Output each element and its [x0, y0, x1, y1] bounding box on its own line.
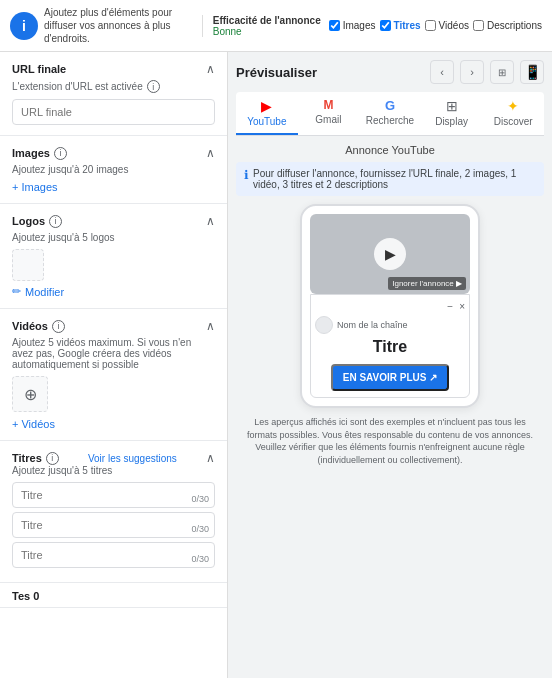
titres-section-title: Titres	[12, 452, 42, 464]
url-extension-row: L'extension d'URL est activée i	[12, 80, 215, 93]
tab-display-label: Display	[435, 116, 468, 127]
titre-3-container: 0/30	[12, 542, 215, 568]
add-videos-button[interactable]: + Vidéos	[12, 418, 55, 430]
titres-header-row: Titres i Voir les suggestions ∧	[12, 451, 215, 465]
modify-logo-button[interactable]: ✏ Modifier	[12, 285, 64, 298]
display-icon: ⊞	[446, 98, 458, 114]
annonce-label: Annonce YouTube	[236, 144, 544, 156]
videos-info-icon[interactable]: i	[52, 320, 65, 333]
tab-discover[interactable]: ✦ Discover	[482, 92, 544, 135]
tab-gmail-label: Gmail	[315, 114, 341, 125]
discover-icon: ✦	[507, 98, 519, 114]
modify-label: Modifier	[25, 286, 64, 298]
minus-icon: −	[447, 301, 453, 312]
preview-header: Prévisualiser ‹ › ⊞ 📱	[236, 60, 544, 84]
checkbox-titres[interactable]: Titres	[380, 20, 421, 31]
logos-info-icon[interactable]: i	[49, 215, 62, 228]
titre-2-input[interactable]	[12, 512, 215, 538]
url-section-title: URL finale	[12, 63, 66, 75]
images-section: Images i ∧ Ajoutez jusqu'à 20 images + I…	[0, 136, 227, 204]
images-info-icon[interactable]: i	[54, 147, 67, 160]
info-banner: ℹ Pour diffuser l'annonce, fournissez l'…	[236, 162, 544, 196]
titre-2-count: 0/30	[191, 524, 209, 534]
preview-title: Prévisualiser	[236, 65, 317, 80]
recherche-icon: G	[385, 98, 395, 113]
checkbox-descriptions[interactable]: Descriptions	[473, 20, 542, 31]
titre-1-container: 0/30	[12, 482, 215, 508]
titre-3-count: 0/30	[191, 554, 209, 564]
tab-discover-label: Discover	[494, 116, 533, 127]
titre-input-2-wrapper: 0/30	[12, 512, 215, 538]
add-images-button[interactable]: + Images	[12, 181, 58, 193]
phone-video-area: ▶ Ignorer l'annonce ▶	[310, 214, 470, 294]
mobile-button[interactable]: 📱	[520, 60, 544, 84]
url-section: URL finale ∧ L'extension d'URL est activ…	[0, 52, 227, 136]
images-chevron[interactable]: ∧	[206, 146, 215, 160]
videos-chevron[interactable]: ∧	[206, 319, 215, 333]
checkbox-videos[interactable]: Vidéos	[425, 20, 469, 31]
efficacite-value: Bonne	[213, 26, 242, 37]
tab-youtube-label: YouTube	[247, 116, 286, 127]
videos-section-header: Vidéos i ∧	[12, 319, 215, 333]
titre-1-count: 0/30	[191, 494, 209, 504]
tab-gmail[interactable]: M Gmail	[298, 92, 360, 135]
efficacite-label: Efficacité de l'annonce	[213, 15, 321, 26]
info-circle-icon: i	[10, 12, 38, 40]
videos-section: Vidéos i ∧ Ajoutez 5 vidéos maximum. Si …	[0, 309, 227, 441]
close-icon[interactable]: ×	[459, 301, 465, 312]
channel-name: Nom de la chaîne	[337, 320, 408, 330]
url-input[interactable]	[12, 99, 215, 125]
voir-suggestions-link[interactable]: Voir les suggestions	[88, 453, 177, 464]
left-panel: URL finale ∧ L'extension d'URL est activ…	[0, 52, 228, 678]
images-subtitle: Ajoutez jusqu'à 20 images	[12, 164, 215, 175]
main-content: URL finale ∧ L'extension d'URL est activ…	[0, 52, 552, 678]
grid-button[interactable]: ⊞	[490, 60, 514, 84]
titres-info-icon[interactable]: i	[46, 452, 59, 465]
gmail-icon: M	[323, 98, 333, 112]
url-extension-text: L'extension d'URL est activée	[12, 81, 143, 92]
info-banner-icon: ℹ	[244, 168, 249, 182]
right-panel: Prévisualiser ‹ › ⊞ 📱 ▶ YouTube M Gmail …	[228, 52, 552, 678]
preview-controls: ‹ › ⊞ 📱	[430, 60, 544, 84]
url-info-icon[interactable]: i	[147, 80, 160, 93]
skip-button[interactable]: Ignorer l'annonce ▶	[388, 277, 466, 290]
logos-section-title: Logos	[12, 215, 45, 227]
youtube-icon: ▶	[261, 98, 272, 114]
phone-ad-title: Titre	[315, 338, 465, 356]
url-chevron[interactable]: ∧	[206, 62, 215, 76]
titre-input-1-wrapper: 0/30	[12, 482, 215, 508]
channel-logo	[315, 316, 333, 334]
prev-button[interactable]: ‹	[430, 60, 454, 84]
top-bar-left: i Ajoutez plus d'éléments pour diffuser …	[10, 6, 194, 45]
titre-1-input[interactable]	[12, 482, 215, 508]
titres-chevron[interactable]: ∧	[206, 451, 215, 465]
images-section-title: Images	[12, 147, 50, 159]
tes-label: Tes 0	[12, 590, 39, 602]
top-bar-checkboxes: Images Titres Vidéos Descriptions	[329, 20, 542, 31]
videos-section-title: Vidéos	[12, 320, 48, 332]
phone-close-row: − ×	[315, 301, 465, 312]
top-bar-info-text: Ajoutez plus d'éléments pour diffuser vo…	[44, 6, 194, 45]
bottom-disclaimer: Les aperçus affichés ici sont des exempl…	[236, 416, 544, 466]
phone-mockup: ▶ Ignorer l'annonce ▶ − × Nom de la chaî…	[300, 204, 480, 408]
channel-logo-area: Nom de la chaîne	[315, 316, 465, 334]
images-section-header: Images i ∧	[12, 146, 215, 160]
tes-section: Tes 0	[0, 583, 227, 608]
tab-recherche-label: Recherche	[366, 115, 414, 126]
tab-display[interactable]: ⊞ Display	[421, 92, 483, 135]
titre-3-input[interactable]	[12, 542, 215, 568]
top-bar: i Ajoutez plus d'éléments pour diffuser …	[0, 0, 552, 52]
titre-2-container: 0/30	[12, 512, 215, 538]
checkbox-images[interactable]: Images	[329, 20, 376, 31]
tab-youtube[interactable]: ▶ YouTube	[236, 92, 298, 135]
drag-icon: ⊕	[24, 385, 37, 404]
info-banner-text: Pour diffuser l'annonce, fournissez l'UR…	[253, 168, 536, 190]
video-drag-area: ⊕	[12, 376, 48, 412]
logos-subtitle: Ajoutez jusqu'à 5 logos	[12, 232, 215, 243]
play-button[interactable]: ▶	[374, 238, 406, 270]
logo-placeholder	[12, 249, 44, 281]
logos-chevron[interactable]: ∧	[206, 214, 215, 228]
tab-recherche[interactable]: G Recherche	[359, 92, 421, 135]
cta-button[interactable]: EN SAVOIR PLUS ↗	[331, 364, 450, 391]
next-button[interactable]: ›	[460, 60, 484, 84]
